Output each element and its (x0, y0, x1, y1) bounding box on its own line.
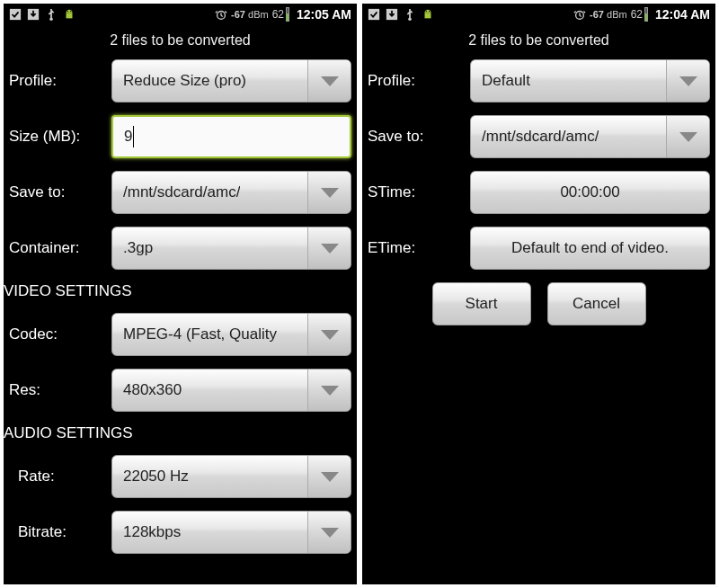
android-icon (63, 8, 75, 21)
svg-point-12 (429, 11, 430, 12)
saveto-label: Save to: (368, 128, 463, 146)
svg-rect-7 (368, 9, 379, 20)
chevron-down-icon (307, 172, 351, 213)
android-icon (422, 8, 434, 21)
chevron-down-icon (307, 227, 351, 269)
svg-point-4 (67, 11, 68, 12)
start-button[interactable]: Start (432, 282, 531, 325)
chevron-down-icon (307, 370, 351, 411)
battery-indicator: 62 (272, 7, 289, 22)
etime-button[interactable]: Default to end of video. (470, 227, 710, 270)
battery-indicator: 62 (631, 7, 648, 22)
rate-dropdown[interactable]: 22050 Hz (111, 455, 351, 498)
svg-rect-10 (425, 13, 431, 18)
cancel-button[interactable]: Cancel (547, 282, 646, 325)
profile-label: Profile: (368, 72, 463, 90)
status-bar: -67 dBm 62 12:04 AM (362, 4, 715, 25)
files-count-label: 2 files to be converted (362, 25, 715, 59)
alarm-icon (215, 8, 227, 21)
chevron-down-icon (307, 456, 351, 497)
video-settings-header: VIDEO SETTINGS (4, 282, 351, 300)
usb-icon (45, 8, 58, 21)
screen-left: -67 dBm 62 12:05 AM 2 files to be conver… (4, 4, 357, 584)
profile-dropdown[interactable]: Reduce Size (pro) (111, 59, 351, 102)
res-label: Res: (9, 381, 104, 399)
chevron-down-icon (307, 314, 351, 355)
container-dropdown[interactable]: .3gp (111, 227, 351, 270)
codec-dropdown[interactable]: MPEG-4 (Fast, Quality (111, 313, 351, 356)
signal-strength: -67 dBm (590, 9, 627, 20)
download-icon (27, 8, 40, 21)
alarm-icon (573, 8, 586, 21)
svg-rect-0 (10, 9, 21, 20)
svg-point-11 (426, 11, 427, 12)
clock: 12:05 AM (297, 7, 351, 22)
svg-point-9 (408, 18, 412, 22)
svg-point-5 (70, 11, 71, 12)
container-label: Container: (9, 239, 104, 257)
chevron-down-icon (666, 116, 709, 157)
check-icon (368, 8, 380, 21)
chevron-down-icon (666, 60, 709, 102)
clock: 12:04 AM (655, 7, 710, 22)
profile-dropdown[interactable]: Default (470, 59, 710, 102)
check-icon (9, 8, 22, 21)
svg-rect-3 (67, 13, 73, 18)
files-count-label: 2 files to be converted (4, 25, 357, 59)
audio-settings-header: AUDIO SETTINGS (4, 424, 351, 442)
size-label: Size (MB): (9, 128, 104, 146)
usb-icon (404, 8, 416, 21)
bitrate-dropdown[interactable]: 128kbps (111, 511, 351, 554)
bitrate-label: Bitrate: (9, 523, 104, 541)
screen-right: -67 dBm 62 12:04 AM 2 files to be conver… (362, 4, 715, 584)
rate-label: Rate: (9, 468, 104, 486)
stime-button[interactable]: 00:00:00 (470, 171, 710, 214)
chevron-down-icon (307, 512, 351, 553)
status-bar: -67 dBm 62 12:05 AM (4, 4, 357, 25)
saveto-dropdown[interactable]: /mnt/sdcard/amc/ (111, 171, 351, 214)
stime-label: STime: (368, 183, 463, 201)
download-icon (386, 8, 398, 21)
signal-strength: -67 dBm (231, 9, 269, 20)
size-input[interactable]: 9 (111, 115, 351, 158)
codec-label: Codec: (9, 325, 104, 343)
res-dropdown[interactable]: 480x360 (111, 369, 351, 412)
etime-label: ETime: (368, 239, 463, 257)
svg-point-2 (49, 18, 53, 22)
chevron-down-icon (307, 60, 351, 102)
saveto-dropdown[interactable]: /mnt/sdcard/amc/ (470, 115, 710, 158)
saveto-label: Save to: (9, 183, 104, 201)
profile-label: Profile: (9, 72, 104, 90)
